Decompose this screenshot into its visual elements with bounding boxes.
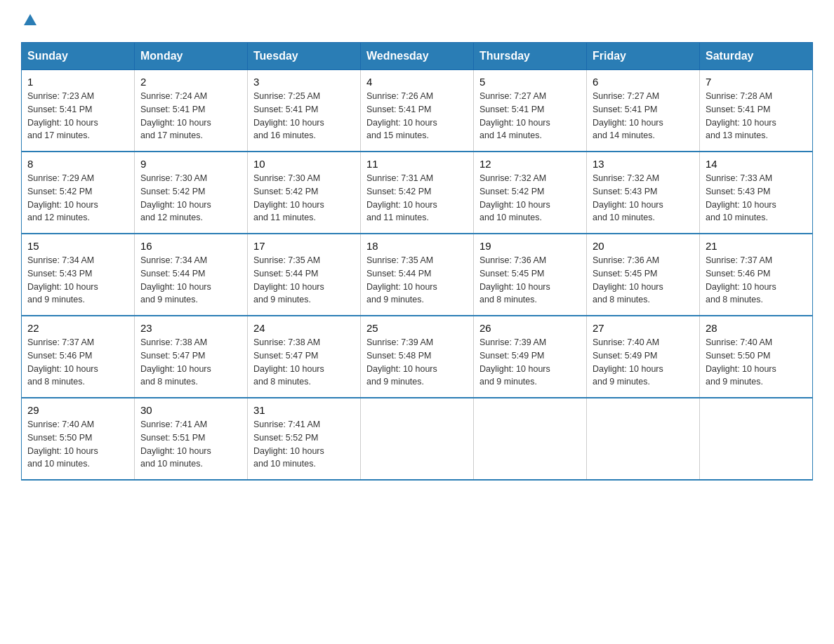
calendar-table: SundayMondayTuesdayWednesdayThursdayFrid… xyxy=(21,42,813,481)
calendar-cell: 20 Sunrise: 7:36 AM Sunset: 5:45 PM Dayl… xyxy=(587,234,700,316)
day-number: 6 xyxy=(593,76,694,88)
calendar-cell: 13 Sunrise: 7:32 AM Sunset: 5:43 PM Dayl… xyxy=(587,152,700,234)
day-info: Sunrise: 7:36 AM Sunset: 5:45 PM Dayligh… xyxy=(593,254,694,307)
day-info: Sunrise: 7:29 AM Sunset: 5:42 PM Dayligh… xyxy=(27,172,128,224)
day-info: Sunrise: 7:35 AM Sunset: 5:44 PM Dayligh… xyxy=(253,254,355,307)
day-number: 23 xyxy=(140,322,241,334)
day-number: 4 xyxy=(366,76,468,88)
day-info: Sunrise: 7:40 AM Sunset: 5:50 PM Dayligh… xyxy=(706,336,807,389)
day-info: Sunrise: 7:39 AM Sunset: 5:48 PM Dayligh… xyxy=(366,336,468,389)
day-info: Sunrise: 7:27 AM Sunset: 5:41 PM Dayligh… xyxy=(479,90,581,142)
calendar-cell: 3 Sunrise: 7:25 AM Sunset: 5:41 PM Dayli… xyxy=(248,70,361,152)
day-number: 17 xyxy=(253,240,355,252)
calendar-cell: 16 Sunrise: 7:34 AM Sunset: 5:44 PM Dayl… xyxy=(135,234,248,316)
calendar-cell: 6 Sunrise: 7:27 AM Sunset: 5:41 PM Dayli… xyxy=(587,70,700,152)
calendar-cell: 23 Sunrise: 7:38 AM Sunset: 5:47 PM Dayl… xyxy=(135,316,248,398)
day-info: Sunrise: 7:30 AM Sunset: 5:42 PM Dayligh… xyxy=(253,172,355,224)
day-info: Sunrise: 7:34 AM Sunset: 5:44 PM Dayligh… xyxy=(140,254,241,307)
calendar-cell: 31 Sunrise: 7:41 AM Sunset: 5:52 PM Dayl… xyxy=(248,398,361,480)
calendar-week-3: 15 Sunrise: 7:34 AM Sunset: 5:43 PM Dayl… xyxy=(22,234,813,316)
day-number: 27 xyxy=(593,322,694,334)
day-info: Sunrise: 7:32 AM Sunset: 5:43 PM Dayligh… xyxy=(593,172,694,224)
calendar-cell: 22 Sunrise: 7:37 AM Sunset: 5:46 PM Dayl… xyxy=(22,316,135,398)
day-info: Sunrise: 7:26 AM Sunset: 5:41 PM Dayligh… xyxy=(366,90,468,142)
calendar-cell xyxy=(361,398,474,480)
day-info: Sunrise: 7:27 AM Sunset: 5:41 PM Dayligh… xyxy=(593,90,694,142)
calendar-cell: 26 Sunrise: 7:39 AM Sunset: 5:49 PM Dayl… xyxy=(474,316,587,398)
calendar-body: 1 Sunrise: 7:23 AM Sunset: 5:41 PM Dayli… xyxy=(22,70,813,481)
day-number: 20 xyxy=(593,240,694,252)
day-number: 14 xyxy=(706,158,807,170)
calendar-cell: 17 Sunrise: 7:35 AM Sunset: 5:44 PM Dayl… xyxy=(248,234,361,316)
calendar-cell: 1 Sunrise: 7:23 AM Sunset: 5:41 PM Dayli… xyxy=(22,70,135,152)
header-friday: Friday xyxy=(587,43,700,70)
header-saturday: Saturday xyxy=(700,43,813,70)
svg-marker-0 xyxy=(24,14,37,25)
day-info: Sunrise: 7:38 AM Sunset: 5:47 PM Dayligh… xyxy=(253,336,355,389)
calendar-cell: 2 Sunrise: 7:24 AM Sunset: 5:41 PM Dayli… xyxy=(135,70,248,152)
calendar-cell: 12 Sunrise: 7:32 AM Sunset: 5:42 PM Dayl… xyxy=(474,152,587,234)
calendar-cell: 9 Sunrise: 7:30 AM Sunset: 5:42 PM Dayli… xyxy=(135,152,248,234)
day-number: 2 xyxy=(140,76,241,88)
calendar-week-4: 22 Sunrise: 7:37 AM Sunset: 5:46 PM Dayl… xyxy=(22,316,813,398)
day-number: 29 xyxy=(27,404,128,416)
calendar-header-row: SundayMondayTuesdayWednesdayThursdayFrid… xyxy=(22,43,813,70)
calendar-cell: 5 Sunrise: 7:27 AM Sunset: 5:41 PM Dayli… xyxy=(474,70,587,152)
header-wednesday: Wednesday xyxy=(361,43,474,70)
day-info: Sunrise: 7:25 AM Sunset: 5:41 PM Dayligh… xyxy=(253,90,355,142)
day-number: 25 xyxy=(366,322,468,334)
day-number: 24 xyxy=(253,322,355,334)
day-info: Sunrise: 7:37 AM Sunset: 5:46 PM Dayligh… xyxy=(27,336,128,389)
day-info: Sunrise: 7:41 AM Sunset: 5:52 PM Dayligh… xyxy=(253,418,355,471)
day-info: Sunrise: 7:36 AM Sunset: 5:45 PM Dayligh… xyxy=(479,254,581,307)
calendar-cell xyxy=(474,398,587,480)
calendar-cell: 27 Sunrise: 7:40 AM Sunset: 5:49 PM Dayl… xyxy=(587,316,700,398)
calendar-cell xyxy=(700,398,813,480)
day-number: 3 xyxy=(253,76,355,88)
day-info: Sunrise: 7:33 AM Sunset: 5:43 PM Dayligh… xyxy=(706,172,807,224)
logo-icon xyxy=(22,13,38,28)
day-info: Sunrise: 7:35 AM Sunset: 5:44 PM Dayligh… xyxy=(366,254,468,307)
day-info: Sunrise: 7:34 AM Sunset: 5:43 PM Dayligh… xyxy=(27,254,128,307)
day-number: 28 xyxy=(706,322,807,334)
day-info: Sunrise: 7:23 AM Sunset: 5:41 PM Dayligh… xyxy=(27,90,128,142)
calendar-cell: 4 Sunrise: 7:26 AM Sunset: 5:41 PM Dayli… xyxy=(361,70,474,152)
day-info: Sunrise: 7:41 AM Sunset: 5:51 PM Dayligh… xyxy=(140,418,241,471)
day-number: 30 xyxy=(140,404,241,416)
calendar-cell: 15 Sunrise: 7:34 AM Sunset: 5:43 PM Dayl… xyxy=(22,234,135,316)
calendar-week-5: 29 Sunrise: 7:40 AM Sunset: 5:50 PM Dayl… xyxy=(22,398,813,480)
day-number: 1 xyxy=(27,76,128,88)
day-number: 15 xyxy=(27,240,128,252)
day-number: 19 xyxy=(479,240,581,252)
day-number: 8 xyxy=(27,158,128,170)
calendar-cell: 28 Sunrise: 7:40 AM Sunset: 5:50 PM Dayl… xyxy=(700,316,813,398)
calendar-cell: 19 Sunrise: 7:36 AM Sunset: 5:45 PM Dayl… xyxy=(474,234,587,316)
page-header xyxy=(21,14,813,28)
logo xyxy=(21,14,38,28)
calendar-cell: 11 Sunrise: 7:31 AM Sunset: 5:42 PM Dayl… xyxy=(361,152,474,234)
calendar-week-1: 1 Sunrise: 7:23 AM Sunset: 5:41 PM Dayli… xyxy=(22,70,813,152)
day-number: 13 xyxy=(593,158,694,170)
calendar-cell: 25 Sunrise: 7:39 AM Sunset: 5:48 PM Dayl… xyxy=(361,316,474,398)
header-tuesday: Tuesday xyxy=(248,43,361,70)
calendar-cell: 14 Sunrise: 7:33 AM Sunset: 5:43 PM Dayl… xyxy=(700,152,813,234)
calendar-cell: 7 Sunrise: 7:28 AM Sunset: 5:41 PM Dayli… xyxy=(700,70,813,152)
day-number: 18 xyxy=(366,240,468,252)
day-info: Sunrise: 7:32 AM Sunset: 5:42 PM Dayligh… xyxy=(479,172,581,224)
day-info: Sunrise: 7:24 AM Sunset: 5:41 PM Dayligh… xyxy=(140,90,241,142)
calendar-cell: 10 Sunrise: 7:30 AM Sunset: 5:42 PM Dayl… xyxy=(248,152,361,234)
day-number: 11 xyxy=(366,158,468,170)
day-number: 21 xyxy=(706,240,807,252)
day-info: Sunrise: 7:38 AM Sunset: 5:47 PM Dayligh… xyxy=(140,336,241,389)
header-sunday: Sunday xyxy=(22,43,135,70)
day-info: Sunrise: 7:31 AM Sunset: 5:42 PM Dayligh… xyxy=(366,172,468,224)
day-info: Sunrise: 7:39 AM Sunset: 5:49 PM Dayligh… xyxy=(479,336,581,389)
calendar-cell: 21 Sunrise: 7:37 AM Sunset: 5:46 PM Dayl… xyxy=(700,234,813,316)
day-number: 12 xyxy=(479,158,581,170)
calendar-week-2: 8 Sunrise: 7:29 AM Sunset: 5:42 PM Dayli… xyxy=(22,152,813,234)
day-info: Sunrise: 7:28 AM Sunset: 5:41 PM Dayligh… xyxy=(706,90,807,142)
calendar-cell: 30 Sunrise: 7:41 AM Sunset: 5:51 PM Dayl… xyxy=(135,398,248,480)
day-info: Sunrise: 7:37 AM Sunset: 5:46 PM Dayligh… xyxy=(706,254,807,307)
day-info: Sunrise: 7:30 AM Sunset: 5:42 PM Dayligh… xyxy=(140,172,241,224)
calendar-cell: 18 Sunrise: 7:35 AM Sunset: 5:44 PM Dayl… xyxy=(361,234,474,316)
